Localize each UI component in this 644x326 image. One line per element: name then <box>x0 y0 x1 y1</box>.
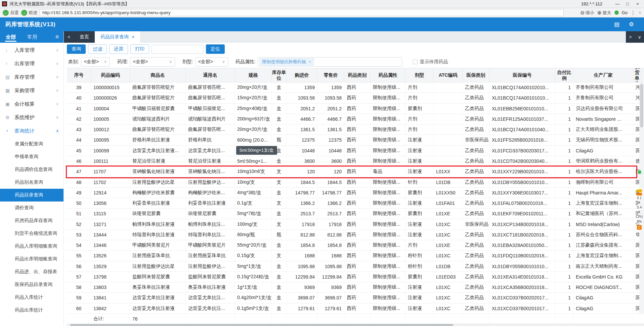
system-monitor-widget[interactable]: 0.1 K 0.4 K CPU 8% C <box>635 170 644 230</box>
horizontal-scrollbar-thumb[interactable] <box>70 324 453 326</box>
horizontal-scrollbar[interactable] <box>67 324 644 326</box>
sidebar-subitem[interactable]: 药品目录查询 <box>0 189 63 202</box>
table-row[interactable]: 46100111替尼泊苷注射液替尼泊苷注射液5ml:50mg×1...盒3600… <box>67 156 644 167</box>
column-header[interactable]: 供货单位 <box>633 68 641 82</box>
tab-list-button[interactable]: ∨ <box>635 31 644 43</box>
sidebar-subitem[interactable]: 药品进、出、存报表 <box>0 265 63 278</box>
table-row[interactable]: 5713798盐酸阿来替尼胶囊盐酸阿来替尼胶囊0.15g*224粒/盒盒1229… <box>67 272 644 282</box>
column-header[interactable]: 生产厂家 <box>573 68 633 82</box>
table-row[interactable]: 45100099达雷妥尤单抗注射液...达雷妥尤单抗注...盒104481044… <box>67 146 644 156</box>
table-cell: 812.88 <box>317 230 344 240</box>
sidebar-item-inbound[interactable]: ↓入库管理∨ <box>0 43 63 57</box>
sidebar-item-maintenance[interactable]: ⚙系统维护∨ <box>0 111 63 124</box>
dropdown-caret-icon[interactable]: ∨ <box>639 10 641 15</box>
sidebar-subitem[interactable]: 药品调价信息查询 <box>0 163 63 176</box>
document-icon[interactable]: ▤ <box>614 21 619 28</box>
dosage-select[interactable]: <全部> ∨ <box>195 57 228 67</box>
table-row[interactable]: 5913841达雷妥尤单抗注射液达雷妥尤单抗注...0.4g20ml*1支/盒盒… <box>67 293 644 303</box>
table-row[interactable]: 4912914枸橼酸伊沙佐米胶囊枸橼酸伊沙佐米...4mg*3粒/盒盒14798… <box>67 188 644 198</box>
maximize-button[interactable]: □ <box>622 0 633 8</box>
show-disabled-checkbox[interactable] <box>413 60 418 64</box>
locate-button[interactable]: 定位 <box>206 44 225 54</box>
tab-close-icon[interactable]: × <box>132 34 134 40</box>
sidebar-item-outbound[interactable]: ↑出库管理∨ <box>0 57 63 70</box>
table-row[interactable]: 391000000015曲氟尿苷替匹嘧啶片曲氟尿苷替匹嘧...20mg×20片/… <box>67 82 644 93</box>
vertical-scrollbar-thumb[interactable] <box>640 84 643 128</box>
column-header[interactable]: 药品类别 <box>344 68 371 82</box>
column-header[interactable]: 医保类别 <box>463 68 489 82</box>
column-header[interactable]: 药品属性 <box>371 68 405 82</box>
sidebar-item-purchase[interactable]: ▦采购管理∨ <box>0 84 63 97</box>
tab-drug-catalog-query[interactable]: 药品目录查询 × <box>95 31 140 43</box>
pharmacology-select[interactable]: <全部> ∨ <box>130 57 175 67</box>
sidebar-tab-common[interactable]: 常用 <box>22 31 43 43</box>
sidebar-subitem[interactable]: 药品别名查询 <box>0 176 63 189</box>
zoom-out-button[interactable]: ⊖ 缩小 <box>580 10 594 16</box>
table-row[interactable]: 40100000026曲氟尿苷替匹嘧啶片曲氟尿苷替匹嘧...15mg×20片/盒… <box>67 93 644 103</box>
zoom-in-button[interactable]: ⊕ 放大 <box>597 10 611 16</box>
column-header[interactable]: 商品名 <box>130 68 186 82</box>
sidebar-subitem[interactable]: 药品入库统计 <box>0 291 63 304</box>
table-row[interactable]: 5213271帕博利珠单抗注射液帕博利珠单抗注...100mg/支支179181… <box>67 219 644 229</box>
table-row[interactable]: 41100004甲磺酸贝福替尼胶囊甲磺酸贝福替尼...25mg×40粒/盒盒20… <box>67 104 644 114</box>
sidebar-item-inventory[interactable]: ▤库存管理∨ <box>0 70 63 84</box>
table-row[interactable]: 5313444特瑞普利单抗注射液特瑞普利单抗注...80mg/瓶瓶812.888… <box>67 230 644 240</box>
sidebar-subitem[interactable]: 药品出库明细账查询 <box>0 253 63 265</box>
column-header[interactable]: 规格 <box>235 68 272 82</box>
attribute-input[interactable]: 限制使用级抗肿瘤药物 × <box>258 57 402 67</box>
column-header[interactable]: ATC编码 <box>434 68 463 82</box>
table-row[interactable]: 5813803奥妥珠单抗注射液奥妥珠单抗注射液1g*1支/盒盒93699369西… <box>67 282 644 293</box>
sidebar-subitem[interactable]: 药品出库统计 <box>0 304 63 317</box>
filter-button[interactable]: 过滤 <box>88 44 107 54</box>
column-header[interactable]: 医保编号 <box>489 68 555 82</box>
sidebar-subitem[interactable]: 调价查询 <box>0 202 63 214</box>
column-header[interactable]: 药品编码 <box>91 68 130 82</box>
table-cell: 注射液 <box>405 146 434 156</box>
column-header[interactable]: 购进价 <box>287 68 317 82</box>
table-row[interactable]: 5413446甲磺酸阿美替尼片甲磺酸阿美替尼片55mg*20片/盒盒1854.8… <box>67 240 644 251</box>
table-row[interactable]: 5013056利妥昔单抗注射液利妥昔单抗注射液0.1g/支支1366.21366… <box>67 198 644 209</box>
column-header[interactable]: 序号 <box>67 68 91 82</box>
sidebar-subitem[interactable]: 药品入库明细账查询 <box>0 240 63 253</box>
query-button[interactable]: 查询 <box>67 44 86 54</box>
toolbar-search-input[interactable] <box>152 45 204 54</box>
table-row[interactable]: 5513526注射用曲妥珠单抗注射用曲妥珠单抗0.15g/支支16881688西… <box>67 251 644 261</box>
column-header[interactable]: 零售价 <box>317 68 344 82</box>
column-header[interactable]: 通用名 <box>186 68 235 82</box>
sidebar-subitem[interactable]: 药房药品库存查询 <box>0 214 63 227</box>
table-row[interactable]: 6013842达雷妥尤单抗注射液达雷妥尤单抗注...0.1g5ml*1支/盒盒1… <box>67 303 644 314</box>
column-header[interactable]: 剂型 <box>405 68 434 82</box>
table-row[interactable]: 4811702注射用盐酸伊达比星注射用盐酸伊达...10mg/支支1844.51… <box>67 177 644 187</box>
sidebar-subitem[interactable]: 申领单查询 <box>0 150 63 163</box>
print-button[interactable]: 打印 <box>130 44 149 54</box>
sidebar-item-accounting[interactable]: ▣会计核算∨ <box>0 97 63 111</box>
table-row[interactable]: 5113115呋喹替尼胶囊呋喹替尼胶囊5mg*7粒/盒盒2513.72513.7… <box>67 209 644 219</box>
close-button[interactable]: × <box>633 0 643 8</box>
sidebar-subitem[interactable]: 医保药品目录查询 <box>0 278 63 291</box>
category-select[interactable]: <全部> ∨ <box>81 57 110 67</box>
minimize-button[interactable]: — <box>612 0 622 8</box>
table-row[interactable]: 43100012曲氟尿苷替匹嘧啶片曲氟尿苷替匹嘧...20mg×20片/盒盒13… <box>67 124 644 135</box>
url-input[interactable]: http://192.168.5.131:8000/his-yk/app/#/q… <box>40 9 564 16</box>
table-row[interactable]: 4711707亚砷酸氯化钠注射液亚砷酸氯化钠注...10mg10ml/支支120… <box>67 167 644 177</box>
tag-close-icon[interactable]: × <box>309 59 311 64</box>
sidebar-subitem[interactable]: 隶属分配查询 <box>0 138 63 150</box>
table-row[interactable]: 44100095舒格利单抗注射液舒格利单抗600mg (20.0...瓶1237… <box>67 135 644 145</box>
sidebar-subitem[interactable]: 到货不合格情况查询 <box>0 227 63 240</box>
tab-home[interactable]: 首页 <box>74 31 95 43</box>
column-header[interactable]: 库存单 位 <box>272 68 287 82</box>
tab-scroll-right-button[interactable]: > <box>626 31 635 43</box>
reset-button[interactable]: 还原 <box>109 44 128 54</box>
table-row[interactable]: 42100005琥珀酸瑞波西利片琥珀酸瑞波西利片200mg×63片/盒盒4466… <box>67 114 644 124</box>
go-button[interactable]: Go <box>622 10 628 15</box>
gear-icon[interactable]: ⚙ <box>629 21 634 28</box>
more-menu-icon[interactable]: ⋮ <box>631 10 636 16</box>
table-row[interactable]: 5613529注射用盐酸伊达比星注射用盐酸伊达...5mg*1支/盒盒1095.… <box>67 261 644 272</box>
column-header[interactable]: 自付比 例 <box>555 68 573 82</box>
tab-scroll-left-button[interactable]: < <box>64 31 74 43</box>
hamburger-icon[interactable]: ≡ <box>55 34 63 40</box>
back-button[interactable]: ← 后退 <box>3 10 19 16</box>
sidebar-item-query-stats[interactable]: ◔查询统计∧ <box>0 124 63 138</box>
sidebar-tab-all[interactable]: 全部 <box>0 31 22 43</box>
forward-button[interactable]: → 前进 <box>21 10 37 16</box>
